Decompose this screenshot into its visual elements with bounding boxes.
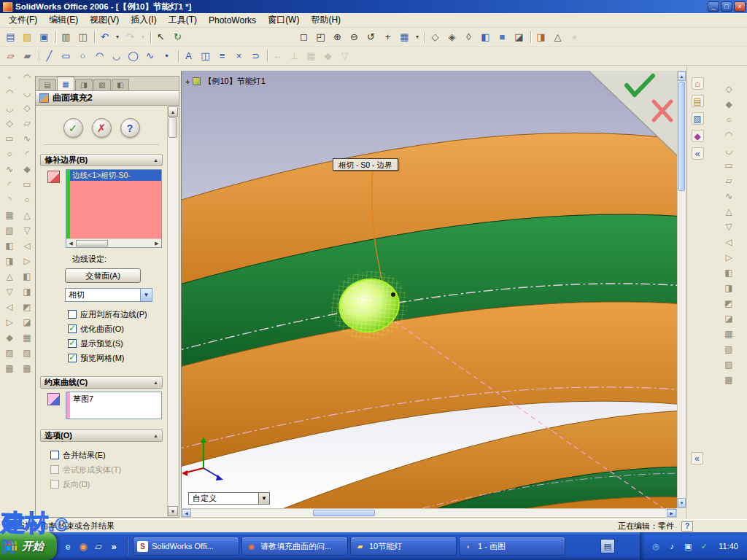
surface-tool-icon[interactable]: ◩ xyxy=(20,300,34,314)
surface-tool-icon[interactable]: ▱ xyxy=(20,116,34,131)
redo-arrow-icon[interactable]: ▾ xyxy=(139,29,147,45)
surface-tool-icon[interactable]: ▭ xyxy=(20,177,34,192)
document-tree-label[interactable]: + 【例10】节能灯1 xyxy=(185,76,266,87)
menu-item[interactable]: PhotoWorks xyxy=(203,14,262,27)
surface-tool-icon[interactable]: ▦ xyxy=(20,330,34,345)
boundary-edge-list[interactable]: 边线<1>相切-S0- ◀ ▶ xyxy=(66,169,162,248)
vertex-point[interactable] xyxy=(391,292,395,297)
right-tool-icon[interactable]: ▭ xyxy=(721,158,736,173)
tangent-arc-icon[interactable]: ◡ xyxy=(108,48,125,64)
chevron-down-icon[interactable]: ▼ xyxy=(140,289,152,301)
tray-app-icon[interactable]: ◎ xyxy=(650,540,662,552)
tree-expand-icon[interactable]: + xyxy=(185,77,190,86)
snap-icon[interactable]: ◆ xyxy=(320,48,336,64)
text-icon[interactable]: A xyxy=(180,48,197,64)
constraint-curve-list[interactable]: 草图7 xyxy=(66,392,162,419)
left-dock-icon[interactable]: ◇ xyxy=(2,116,17,131)
section-view-icon[interactable]: ◨ xyxy=(533,29,549,45)
hidden-lines-visible-icon[interactable]: ◈ xyxy=(444,29,460,45)
scroll-up-icon[interactable]: ▲ xyxy=(168,106,178,117)
taskbar-task-folder[interactable]: ▰ 10节能灯 xyxy=(350,537,457,556)
surface-tool-icon[interactable]: ▩ xyxy=(20,361,34,376)
design-library-icon[interactable]: ▤ xyxy=(692,95,704,107)
graphics-viewport[interactable]: + 【例10】节能灯1 相切 - S0 - 边界 自定义 ▼ xyxy=(181,71,677,508)
new-icon[interactable]: ▤ xyxy=(2,29,19,45)
open-icon[interactable]: ▧ xyxy=(19,29,36,45)
options-header[interactable]: 选项(O) xyxy=(40,429,163,442)
right-tool-icon[interactable]: ∿ xyxy=(721,189,736,203)
right-tool-icon[interactable]: ◁ xyxy=(721,235,736,249)
menu-item[interactable]: 插入(I) xyxy=(125,12,162,28)
hidden-lines-removed-icon[interactable]: ◊ xyxy=(460,29,477,45)
collapse-pane-icon[interactable]: « xyxy=(691,452,703,464)
scroll-thumb[interactable] xyxy=(169,117,177,138)
surface-tool-icon[interactable]: ◇ xyxy=(20,101,34,115)
edge-list-scrollbar[interactable]: ◀ ▶ xyxy=(66,238,161,247)
viewport-horizontal-scrollbar[interactable]: ◀ ▶ xyxy=(181,508,677,518)
surface-tool-icon[interactable]: ▷ xyxy=(20,254,34,268)
viewport-vertical-scrollbar[interactable]: ▲ ▼ xyxy=(677,71,686,508)
surface-tool-icon[interactable]: ◪ xyxy=(20,315,34,330)
surface-tool-icon[interactable]: ▽ xyxy=(20,223,34,238)
right-tool-icon[interactable]: ◨ xyxy=(721,281,736,295)
surface-tool-icon[interactable]: ○ xyxy=(20,192,34,207)
ie-icon[interactable]: e xyxy=(61,540,74,553)
left-dock-icon[interactable]: ◆ xyxy=(2,330,17,345)
menu-item[interactable]: 工具(T) xyxy=(163,12,203,28)
surface-tool-icon[interactable]: ◠ xyxy=(20,70,34,85)
camera-view-icon[interactable]: △ xyxy=(549,29,566,45)
tab-configurationmanager[interactable]: ◨ xyxy=(75,79,93,90)
language-bar-icon[interactable]: ▤ xyxy=(600,539,615,553)
right-tool-icon[interactable]: △ xyxy=(721,204,736,219)
tab-displaymanager[interactable]: ◧ xyxy=(112,79,129,90)
taskbar-task-solidworks[interactable]: S SolidWorks Offi... xyxy=(133,537,239,556)
scroll-left-icon[interactable]: ◀ xyxy=(182,509,191,517)
left-dock-icon[interactable]: ◝ xyxy=(2,192,17,207)
left-dock-icon[interactable]: ▩ xyxy=(2,361,17,376)
right-tool-icon[interactable]: ▱ xyxy=(721,174,736,188)
help-button[interactable]: ? xyxy=(120,118,140,138)
standard-views-icon[interactable]: ▦ xyxy=(396,29,413,45)
left-dock-icon[interactable]: ▫ xyxy=(2,70,17,85)
point-icon[interactable]: • xyxy=(158,48,175,64)
grid-icon[interactable]: ▦ xyxy=(303,48,320,64)
dimension-icon[interactable]: ↔ xyxy=(269,48,286,64)
print-icon[interactable]: ▥ xyxy=(58,29,74,45)
menu-item[interactable]: 文件(F) xyxy=(3,12,43,28)
left-dock-icon[interactable]: ▭ xyxy=(2,131,17,146)
constraint-curves-header[interactable]: 约束曲线(C) xyxy=(40,376,163,389)
checkbox-merge-result[interactable]: 合并结果(E) xyxy=(50,448,163,462)
scroll-left-icon[interactable]: ◀ xyxy=(66,241,75,246)
ellipse-icon[interactable]: ◯ xyxy=(125,48,142,64)
disabled-tool-icon[interactable]: ● xyxy=(566,29,583,45)
redo-icon[interactable]: ↷ xyxy=(122,29,139,45)
file-explorer-icon[interactable]: ▧ xyxy=(692,112,704,125)
model-canvas[interactable] xyxy=(182,71,677,508)
surface-tool-icon[interactable]: ◧ xyxy=(20,269,34,284)
quick-snaps-icon[interactable]: ▽ xyxy=(336,48,353,64)
zoom-area-icon[interactable]: ◰ xyxy=(312,29,329,45)
tray-network-icon[interactable]: ▣ xyxy=(682,540,694,552)
left-dock-icon[interactable]: ◜ xyxy=(2,177,17,192)
left-dock-icon[interactable]: ▧ xyxy=(2,223,17,238)
save-icon[interactable]: ▣ xyxy=(36,29,53,45)
trim-icon[interactable]: × xyxy=(231,48,247,64)
right-tool-icon[interactable]: ◆ xyxy=(721,97,736,112)
start-button[interactable]: 开始 xyxy=(0,532,57,560)
scroll-up-icon[interactable]: ▲ xyxy=(678,71,686,81)
right-tool-icon[interactable]: ▷ xyxy=(721,250,736,265)
scroll-right-icon[interactable]: ▶ xyxy=(152,241,161,246)
left-dock-icon[interactable]: ▦ xyxy=(2,208,17,222)
rebuild-icon[interactable]: ↻ xyxy=(169,29,186,45)
spline-icon[interactable]: ∿ xyxy=(142,48,158,64)
offset-icon[interactable]: ≡ xyxy=(214,48,231,64)
shaded-with-edges-icon[interactable]: ◧ xyxy=(477,29,494,45)
collapse-pane-icon[interactable]: « xyxy=(692,147,704,160)
scroll-thumb[interactable] xyxy=(76,240,108,246)
right-tool-icon[interactable]: ◩ xyxy=(721,296,736,311)
patch-boundary-header[interactable]: 修补边界(B) xyxy=(40,154,163,166)
surface-tool-icon[interactable]: △ xyxy=(20,208,34,222)
right-tool-icon[interactable]: ◧ xyxy=(721,265,736,280)
zoom-fit-icon[interactable]: ◻ xyxy=(295,29,312,45)
checkbox-optimize-surface[interactable]: 优化曲面(O) xyxy=(68,322,163,335)
